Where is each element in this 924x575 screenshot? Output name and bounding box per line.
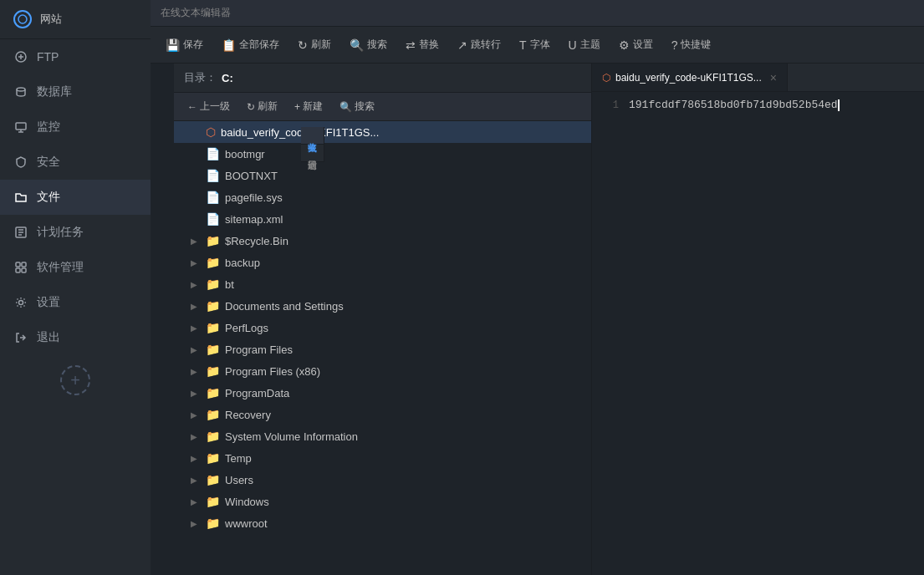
- file-item[interactable]: ▶📁Program Files (x86): [174, 360, 591, 382]
- side-tab-favorites[interactable]: 收藏夹: [301, 127, 324, 145]
- back-button[interactable]: ← 上一级: [181, 97, 237, 116]
- sidebar-item-settings[interactable]: 设置: [0, 285, 151, 320]
- sidebar-item-files[interactable]: 文件: [0, 180, 151, 215]
- file-item[interactable]: 📄sitemap.xml: [174, 208, 591, 230]
- file-item[interactable]: 📄pagefile.sys: [174, 186, 591, 208]
- line-content-1: 191fcddf786518bd0fb71d9bd52b54ed: [629, 99, 840, 111]
- expand-icon: ▶: [187, 343, 201, 356]
- save-button[interactable]: 💾 保存: [157, 33, 212, 56]
- expand-icon: ▶: [187, 256, 201, 269]
- font-button[interactable]: T 字体: [511, 33, 559, 56]
- topbar-title: 在线文本编辑器: [161, 6, 231, 20]
- sidebar-item-database[interactable]: 数据库: [0, 74, 151, 109]
- replace-icon: ⇄: [406, 38, 416, 52]
- file-name: Users: [225, 474, 253, 486]
- file-item[interactable]: ▶📁Windows: [174, 491, 591, 512]
- side-tab-recent[interactable]: 最近访问: [301, 145, 324, 162]
- file-item[interactable]: 📄bootmgr: [174, 143, 591, 165]
- shortcuts-button[interactable]: ? 快捷键: [663, 33, 720, 56]
- fm-refresh-icon: ↻: [247, 101, 255, 113]
- folder-icon: 📁: [206, 516, 220, 530]
- new-button[interactable]: + 新建: [288, 97, 329, 116]
- svg-rect-7: [16, 268, 20, 272]
- topbar: 在线文本编辑器: [151, 0, 924, 27]
- editor-content[interactable]: 1 191fcddf786518bd0fb71d9bd52b54ed: [592, 92, 924, 575]
- file-list: ⬡baidu_verify_code-uKFI1T1GS...📄bootmgr📄…: [174, 121, 591, 575]
- folder-icon: 📁: [206, 386, 220, 399]
- fm-refresh-button[interactable]: ↻ 刷新: [240, 97, 284, 116]
- security-label: 安全: [37, 155, 60, 170]
- refresh-button[interactable]: ↻ 刷新: [289, 33, 339, 56]
- file-name: System Volume Information: [225, 430, 358, 443]
- file-item[interactable]: ⬡baidu_verify_code-uKFI1T1GS...: [174, 121, 591, 143]
- editor-panel: ⬡ baidu_verify_code-uKFI1T1GS... × 1 191…: [592, 64, 924, 575]
- goto-label: 跳转行: [471, 38, 501, 52]
- save-all-label: 全部保存: [239, 38, 279, 52]
- toolbar: 💾 保存 📋 全部保存 ↻ 刷新 🔍 搜索 ⇄ 替换 ↗ 跳转行 T 字体 U: [151, 27, 924, 64]
- tab-name: baidu_verify_code-uKFI1T1GS...: [615, 72, 762, 84]
- settings-toolbar-button[interactable]: ⚙ 设置: [610, 33, 661, 56]
- file-item[interactable]: ▶📁Users: [174, 469, 591, 491]
- dir-path: C:: [222, 72, 233, 84]
- search-button[interactable]: 🔍 搜索: [341, 33, 396, 56]
- new-icon: +: [294, 101, 300, 113]
- file-item[interactable]: ▶📁Recovery: [174, 404, 591, 425]
- theme-button[interactable]: U 主题: [560, 33, 609, 56]
- theme-label: 主题: [580, 38, 600, 52]
- sidebar-item-tasks[interactable]: 计划任务: [0, 215, 151, 250]
- file-item[interactable]: ▶📁$Recycle.Bin: [174, 230, 591, 252]
- folder-icon: 📁: [206, 277, 220, 291]
- database-icon: [13, 84, 28, 99]
- add-button[interactable]: +: [60, 365, 90, 395]
- expand-icon: ▶: [187, 234, 201, 247]
- file-item[interactable]: ▶📁PerfLogs: [174, 317, 591, 338]
- svg-rect-3: [16, 123, 26, 130]
- fm-search-button[interactable]: 🔍 搜索: [333, 97, 381, 116]
- tab-close-button[interactable]: ×: [770, 71, 777, 84]
- sidebar: 网站 FTP 数据库 监控 安全 文件 计划任务: [0, 0, 151, 575]
- site-label[interactable]: 网站: [40, 12, 62, 27]
- file-item[interactable]: ▶📁wwwroot: [174, 512, 591, 534]
- replace-button[interactable]: ⇄ 替换: [397, 33, 447, 56]
- file-item[interactable]: ▶📁Program Files: [174, 338, 591, 360]
- file-item[interactable]: ▶📁ProgramData: [174, 382, 591, 404]
- file-item[interactable]: ▶📁System Volume Information: [174, 425, 591, 447]
- sidebar-item-monitor[interactable]: 监控: [0, 109, 151, 145]
- folder-icon: 📁: [206, 299, 220, 313]
- logout-icon: [13, 330, 28, 345]
- file-item[interactable]: 📄BOOTNXT: [174, 165, 591, 186]
- main-area: 在线文本编辑器 💾 保存 📋 全部保存 ↻ 刷新 🔍 搜索 ⇄ 替换 ↗ 跳转行…: [151, 0, 924, 575]
- file-item[interactable]: ▶📁bt: [174, 273, 591, 295]
- search-icon: 🔍: [350, 38, 364, 52]
- sidebar-item-ftp[interactable]: FTP: [0, 39, 151, 74]
- side-tabs: 收藏夹 最近访问: [301, 127, 324, 162]
- editor-tab-active[interactable]: ⬡ baidu_verify_code-uKFI1T1GS... ×: [592, 64, 788, 91]
- software-label: 软件管理: [37, 260, 84, 275]
- svg-point-0: [18, 15, 27, 23]
- sidebar-header: 网站: [0, 0, 151, 39]
- file-name: bt: [225, 278, 234, 291]
- file-name: pagefile.sys: [225, 191, 283, 204]
- fm-refresh-label: 刷新: [258, 99, 278, 114]
- file-item[interactable]: ▶📁backup: [174, 252, 591, 273]
- dir-label: 目录：: [184, 70, 217, 85]
- save-all-button[interactable]: 📋 全部保存: [213, 33, 288, 56]
- cursor: [838, 99, 840, 111]
- svg-point-2: [17, 88, 25, 91]
- file-item[interactable]: ▶📁Documents and Settings: [174, 295, 591, 317]
- svg-point-9: [19, 301, 23, 305]
- new-label: 新建: [303, 99, 323, 114]
- sidebar-item-logout[interactable]: 退出: [0, 320, 151, 355]
- ftp-label: FTP: [37, 50, 59, 64]
- expand-icon: ▶: [187, 386, 201, 399]
- expand-icon: [187, 212, 201, 226]
- fm-search-icon: 🔍: [339, 101, 352, 113]
- sidebar-item-security[interactable]: 安全: [0, 145, 151, 180]
- file-item[interactable]: ▶📁Temp: [174, 447, 591, 469]
- shortcuts-icon: ?: [671, 38, 678, 52]
- folder-icon: 📁: [206, 451, 220, 465]
- goto-button[interactable]: ↗ 跳转行: [449, 33, 509, 56]
- sidebar-item-software[interactable]: 软件管理: [0, 250, 151, 285]
- site-icon: [13, 10, 32, 28]
- expand-icon: ▶: [187, 299, 201, 313]
